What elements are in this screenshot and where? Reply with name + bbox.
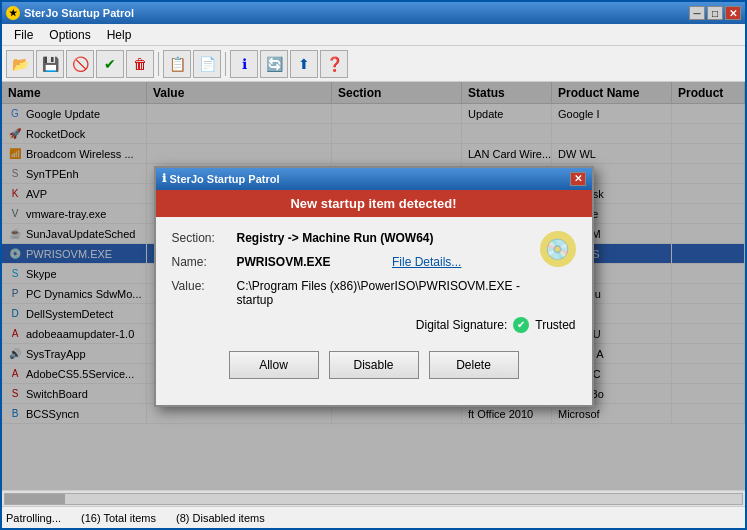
menu-options[interactable]: Options bbox=[41, 26, 98, 44]
status-disabled: (8) Disabled items bbox=[176, 512, 265, 524]
scrollbar-track[interactable] bbox=[4, 493, 743, 505]
maximize-button[interactable]: □ bbox=[707, 6, 723, 20]
toolbar-help[interactable]: ❓ bbox=[320, 50, 348, 78]
horizontal-scrollbar[interactable] bbox=[2, 490, 745, 506]
title-bar: ★ SterJo Startup Patrol ─ □ ✕ bbox=[2, 2, 745, 24]
file-details-link[interactable]: File Details... bbox=[392, 255, 532, 269]
main-window: ★ SterJo Startup Patrol ─ □ ✕ File Optio… bbox=[0, 0, 747, 530]
name-value: PWRISOVM.EXE bbox=[237, 255, 377, 269]
dialog-section-row: Section: Registry -> Machine Run (WOW64) bbox=[172, 231, 532, 245]
sig-status: Trusted bbox=[535, 318, 575, 332]
dialog-cd-icon: 💿 bbox=[540, 231, 576, 267]
toolbar-copy[interactable]: 📋 bbox=[163, 50, 191, 78]
dialog-signature-row: Digital Signature: ✔ Trusted bbox=[172, 317, 576, 333]
dialog-buttons: Allow Disable Delete bbox=[172, 343, 576, 391]
toolbar-separator-1 bbox=[158, 52, 159, 76]
modal-overlay: ℹ SterJo Startup Patrol ✕ New startup it… bbox=[2, 82, 745, 490]
dialog-icon: ℹ bbox=[162, 172, 166, 185]
dialog-title-bar: ℹ SterJo Startup Patrol ✕ bbox=[156, 168, 592, 190]
dialog: ℹ SterJo Startup Patrol ✕ New startup it… bbox=[154, 166, 594, 407]
dialog-close-button[interactable]: ✕ bbox=[570, 172, 586, 186]
delete-button[interactable]: Delete bbox=[429, 351, 519, 379]
status-total: (16) Total items bbox=[81, 512, 156, 524]
section-value: Registry -> Machine Run (WOW64) bbox=[237, 231, 532, 245]
toolbar: 📂 💾 🚫 ✔ 🗑 📋 📄 ℹ 🔄 ⬆ ❓ bbox=[2, 46, 745, 82]
dialog-name-row: Name: PWRISOVM.EXE File Details... bbox=[172, 255, 532, 269]
close-button[interactable]: ✕ bbox=[725, 6, 741, 20]
menu-bar: File Options Help bbox=[2, 24, 745, 46]
dialog-content: Section: Registry -> Machine Run (WOW64)… bbox=[156, 217, 592, 405]
toolbar-disable[interactable]: 🚫 bbox=[66, 50, 94, 78]
toolbar-enable[interactable]: ✔ bbox=[96, 50, 124, 78]
menu-file[interactable]: File bbox=[6, 26, 41, 44]
status-bar: Patrolling... (16) Total items (8) Disab… bbox=[2, 506, 745, 528]
value-label: Value: bbox=[172, 279, 237, 293]
dialog-alert-bar: New startup item detected! bbox=[156, 190, 592, 217]
dialog-value-row: Value: C:\Program Files (x86)\PowerISO\P… bbox=[172, 279, 532, 307]
value-content: C:\Program Files (x86)\PowerISO\PWRISOVM… bbox=[237, 279, 532, 307]
dialog-title: SterJo Startup Patrol bbox=[170, 173, 280, 185]
title-bar-left: ★ SterJo Startup Patrol bbox=[6, 6, 134, 20]
toolbar-separator-2 bbox=[225, 52, 226, 76]
toolbar-refresh[interactable]: 🔄 bbox=[260, 50, 288, 78]
title-bar-buttons: ─ □ ✕ bbox=[689, 6, 741, 20]
section-label: Section: bbox=[172, 231, 237, 245]
menu-help[interactable]: Help bbox=[99, 26, 140, 44]
toolbar-report[interactable]: 📄 bbox=[193, 50, 221, 78]
toolbar-delete[interactable]: 🗑 bbox=[126, 50, 154, 78]
app-icon: ★ bbox=[6, 6, 20, 20]
table-area: Name Value Section Status Product Name P… bbox=[2, 82, 745, 490]
scrollbar-thumb[interactable] bbox=[5, 494, 65, 504]
allow-button[interactable]: Allow bbox=[229, 351, 319, 379]
sig-label: Digital Signature: bbox=[416, 318, 507, 332]
trusted-icon: ✔ bbox=[513, 317, 529, 333]
status-patrolling: Patrolling... bbox=[6, 512, 61, 524]
window-title: SterJo Startup Patrol bbox=[24, 7, 134, 19]
disable-button[interactable]: Disable bbox=[329, 351, 419, 379]
toolbar-info[interactable]: ℹ bbox=[230, 50, 258, 78]
toolbar-upload[interactable]: ⬆ bbox=[290, 50, 318, 78]
toolbar-save[interactable]: 💾 bbox=[36, 50, 64, 78]
toolbar-open[interactable]: 📂 bbox=[6, 50, 34, 78]
minimize-button[interactable]: ─ bbox=[689, 6, 705, 20]
name-label: Name: bbox=[172, 255, 237, 269]
